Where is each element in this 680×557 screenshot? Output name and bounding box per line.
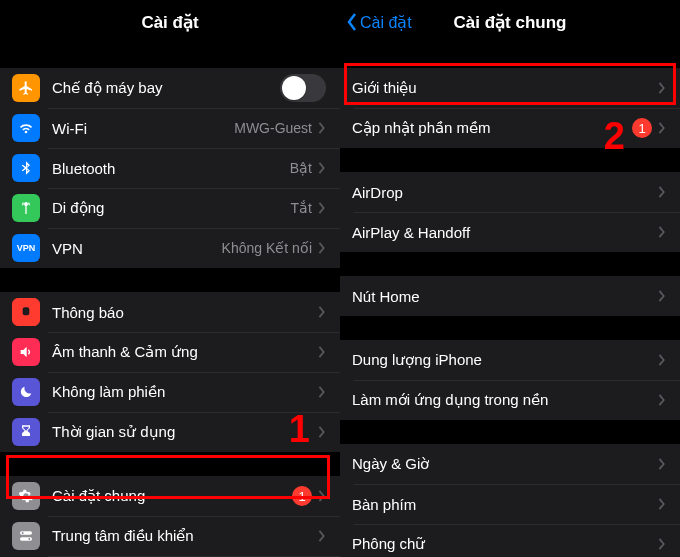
badge: 1 xyxy=(292,486,312,506)
row-software-update[interactable]: Cập nhật phần mềm 1 xyxy=(340,108,680,148)
row-sounds[interactable]: Âm thanh & Cảm ứng xyxy=(0,332,340,372)
chevron-left-icon xyxy=(346,13,358,31)
badge: 1 xyxy=(632,118,652,138)
chevron-right-icon xyxy=(658,290,666,302)
chevron-right-icon xyxy=(658,394,666,406)
chevron-right-icon xyxy=(318,122,326,134)
row-label: Phông chữ xyxy=(352,535,658,553)
group-home: Nút Home xyxy=(340,276,680,316)
wifi-value: MWG-Guest xyxy=(234,120,312,136)
row-bgrefresh[interactable]: Làm mới ứng dụng trong nền xyxy=(340,380,680,420)
row-label: AirDrop xyxy=(352,184,658,201)
group-alerts: Thông báo Âm thanh & Cảm ứng Không làm p… xyxy=(0,292,340,452)
switches-icon xyxy=(12,522,40,550)
row-label: Wi-Fi xyxy=(52,120,234,137)
header-left: Cài đặt xyxy=(0,0,340,44)
vpn-icon: VPN xyxy=(12,234,40,262)
row-fonts[interactable]: Phông chữ xyxy=(340,524,680,557)
header-right: Cài đặt Cài đặt chung xyxy=(340,0,680,44)
chevron-right-icon xyxy=(318,530,326,542)
row-label: Cài đặt chung xyxy=(52,487,292,505)
back-label: Cài đặt xyxy=(360,13,412,32)
chevron-right-icon xyxy=(318,346,326,358)
row-notifications[interactable]: Thông báo xyxy=(0,292,340,332)
row-label: Nút Home xyxy=(352,288,658,305)
group-storage: Dung lượng iPhone Làm mới ứng dụng trong… xyxy=(340,340,680,420)
chevron-right-icon xyxy=(658,458,666,470)
row-keyboard[interactable]: Bàn phím xyxy=(340,484,680,524)
row-label: Bluetooth xyxy=(52,160,290,177)
row-label: VPN xyxy=(52,240,222,257)
row-label: Ngày & Giờ xyxy=(352,455,658,473)
chevron-right-icon xyxy=(658,226,666,238)
hourglass-icon xyxy=(12,418,40,446)
chevron-right-icon xyxy=(318,242,326,254)
bluetooth-icon xyxy=(12,154,40,182)
airplane-toggle[interactable] xyxy=(280,74,326,102)
row-label: Trung tâm điều khiển xyxy=(52,527,318,545)
bell-icon xyxy=(12,298,40,326)
page-title: Cài đặt xyxy=(141,12,198,33)
row-label: Dung lượng iPhone xyxy=(352,351,658,369)
row-homebutton[interactable]: Nút Home xyxy=(340,276,680,316)
row-airplay[interactable]: AirPlay & Handoff xyxy=(340,212,680,252)
chevron-right-icon xyxy=(318,386,326,398)
row-label: Thông báo xyxy=(52,304,318,321)
speaker-icon xyxy=(12,338,40,366)
row-label: Giới thiệu xyxy=(352,79,658,97)
svg-rect-0 xyxy=(22,307,30,316)
svg-point-4 xyxy=(28,538,30,540)
gear-icon xyxy=(12,482,40,510)
row-label: Di động xyxy=(52,199,291,217)
row-storage[interactable]: Dung lượng iPhone xyxy=(340,340,680,380)
settings-screen: Cài đặt Chế độ máy bay Wi-Fi MWG-Guest B… xyxy=(0,0,340,557)
chevron-right-icon xyxy=(658,186,666,198)
page-title: Cài đặt chung xyxy=(454,12,567,33)
moon-icon xyxy=(12,378,40,406)
chevron-right-icon xyxy=(318,490,326,502)
chevron-right-icon xyxy=(658,354,666,366)
row-label: Thời gian sử dụng xyxy=(52,423,318,441)
row-datetime[interactable]: Ngày & Giờ xyxy=(340,444,680,484)
row-label: Làm mới ứng dụng trong nền xyxy=(352,391,658,409)
row-general[interactable]: Cài đặt chung 1 xyxy=(0,476,340,516)
bluetooth-value: Bật xyxy=(290,160,312,176)
antenna-icon xyxy=(12,194,40,222)
chevron-right-icon xyxy=(318,426,326,438)
row-airplane[interactable]: Chế độ máy bay xyxy=(0,68,340,108)
row-label: Cập nhật phần mềm xyxy=(352,119,632,137)
row-controlcenter[interactable]: Trung tâm điều khiển xyxy=(0,516,340,556)
group-airdrop: AirDrop AirPlay & Handoff xyxy=(340,172,680,252)
row-label: Âm thanh & Cảm ứng xyxy=(52,343,318,361)
wifi-icon xyxy=(12,114,40,142)
chevron-right-icon xyxy=(318,306,326,318)
row-cellular[interactable]: Di động Tắt xyxy=(0,188,340,228)
row-label: AirPlay & Handoff xyxy=(352,224,658,241)
row-vpn[interactable]: VPN VPN Không Kết nối xyxy=(0,228,340,268)
row-dnd[interactable]: Không làm phiền xyxy=(0,372,340,412)
group-network: Chế độ máy bay Wi-Fi MWG-Guest Bluetooth… xyxy=(0,68,340,268)
row-bluetooth[interactable]: Bluetooth Bật xyxy=(0,148,340,188)
row-about[interactable]: Giới thiệu xyxy=(340,68,680,108)
row-label: Chế độ máy bay xyxy=(52,79,280,97)
general-screen: Cài đặt Cài đặt chung Giới thiệu Cập nhậ… xyxy=(340,0,680,557)
chevron-right-icon xyxy=(658,122,666,134)
row-label: Không làm phiền xyxy=(52,383,318,401)
row-label: Bàn phím xyxy=(352,496,658,513)
group-about: Giới thiệu Cập nhật phần mềm 1 xyxy=(340,68,680,148)
chevron-right-icon xyxy=(658,538,666,550)
row-wifi[interactable]: Wi-Fi MWG-Guest xyxy=(0,108,340,148)
chevron-right-icon xyxy=(318,162,326,174)
chevron-right-icon xyxy=(658,82,666,94)
row-screentime[interactable]: Thời gian sử dụng xyxy=(0,412,340,452)
airplane-icon xyxy=(12,74,40,102)
group-general: Cài đặt chung 1 Trung tâm điều khiển AA … xyxy=(0,476,340,557)
chevron-right-icon xyxy=(318,202,326,214)
group-locale: Ngày & Giờ Bàn phím Phông chữ Ngôn ngữ &… xyxy=(340,444,680,557)
chevron-right-icon xyxy=(658,498,666,510)
back-button[interactable]: Cài đặt xyxy=(346,0,412,44)
cellular-value: Tắt xyxy=(291,200,312,216)
row-airdrop[interactable]: AirDrop xyxy=(340,172,680,212)
vpn-value: Không Kết nối xyxy=(222,240,312,256)
svg-point-2 xyxy=(22,532,24,534)
